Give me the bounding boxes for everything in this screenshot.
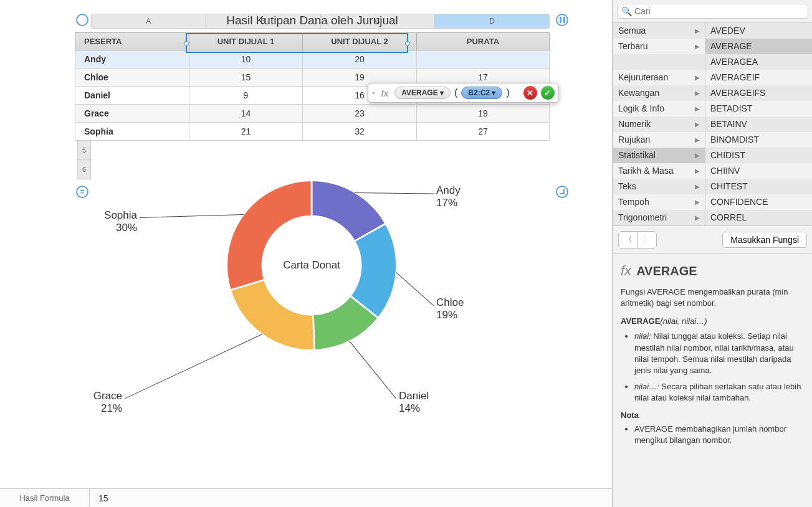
note-label: Nota — [621, 410, 805, 420]
cell[interactable]: 21 — [189, 123, 303, 141]
cell[interactable]: Andy — [75, 50, 189, 69]
help-note: AVERAGE membahagikan jumlah nombor mengi… — [634, 424, 805, 446]
formula-editor[interactable]: • fx AVERAGE ▾ ( B2:C2 ▾ ) ✕ ✓ — [368, 83, 559, 103]
cell[interactable]: Sophia — [75, 123, 189, 141]
help-signature: AVERAGE(nilai, nilai…) — [621, 316, 805, 326]
category-item[interactable]: Tempoh▶ — [613, 194, 705, 210]
chart-slice-label: Andy17% — [436, 184, 461, 209]
chart-slice-label: Grace21% — [93, 390, 122, 415]
cell[interactable]: 9 — [189, 87, 303, 105]
cell[interactable]: 23 — [303, 105, 417, 123]
paren-close: ) — [506, 87, 509, 98]
category-item[interactable]: Semua▶ — [613, 23, 705, 39]
cell[interactable]: 14 — [189, 105, 303, 123]
function-item[interactable]: AVERAGEIFS — [705, 85, 812, 101]
category-item[interactable]: Kewangan▶ — [613, 85, 705, 101]
cell[interactable]: 27 — [416, 123, 549, 141]
accept-formula-button[interactable]: ✓ — [541, 86, 555, 100]
chart-slice-label: Daniel14% — [399, 390, 429, 415]
status-value: 15 — [90, 489, 108, 507]
nav-back-button[interactable]: 〈 — [619, 232, 638, 248]
paren-open: ( — [454, 87, 457, 98]
help-description: Fungsi AVERAGE mengembalikan purata (min… — [621, 287, 805, 309]
th-unit1[interactable]: UNIT DIJUAL 1 — [189, 33, 303, 50]
function-item[interactable]: AVEDEV — [705, 23, 812, 39]
help-arg: nilai…: Secara pilihan sertakan satu ata… — [634, 381, 805, 404]
function-item[interactable]: AVERAGEA — [705, 54, 812, 70]
func-token[interactable]: AVERAGE ▾ — [394, 87, 451, 99]
th-unit2[interactable]: UNIT DIJUAL 2 — [303, 33, 417, 50]
category-item[interactable]: Terbaru▶ — [613, 39, 705, 54]
table-title: Hasil Kutipan Dana oleh Jurujual — [75, 9, 550, 32]
status-bar: Hasil Formula 15 — [0, 488, 612, 507]
donut-chart[interactable]: Carta Donat Andy17%Chloe19%Daniel14%Grac… — [0, 159, 612, 421]
function-item[interactable]: CHIINV — [705, 163, 812, 179]
function-item[interactable]: AVERAGE — [705, 39, 812, 54]
function-item[interactable]: CONFIDENCE — [705, 194, 812, 210]
nav-buttons: 〈 〉 — [618, 231, 657, 249]
category-list[interactable]: Semua▶Terbaru▶Kejuruteraan▶Kewangan▶Logi… — [613, 23, 705, 225]
function-item[interactable]: BINOMDIST — [705, 132, 812, 148]
cancel-formula-button[interactable]: ✕ — [523, 86, 537, 100]
function-item[interactable]: BETAINV — [705, 116, 812, 132]
function-item[interactable]: AVERAGEIF — [705, 70, 812, 85]
donut-svg — [218, 172, 405, 359]
status-label: Hasil Formula — [0, 489, 90, 507]
help-title: AVERAGE — [636, 264, 697, 278]
fx-icon: fx — [379, 88, 391, 98]
function-item[interactable]: CHITEST — [705, 179, 812, 194]
th-purata[interactable]: PURATA — [416, 33, 549, 50]
chart-slice-label: Chloe19% — [436, 296, 464, 321]
function-sidebar: 🔍 Semua▶Terbaru▶Kejuruteraan▶Kewangan▶Lo… — [613, 0, 812, 507]
category-item[interactable]: Tarikh & Masa▶ — [613, 163, 705, 179]
cell[interactable]: 19 — [416, 105, 549, 123]
table-handle-tr[interactable] — [556, 14, 568, 26]
category-item[interactable]: Trigonometri▶ — [613, 210, 705, 225]
search-input[interactable] — [634, 6, 804, 16]
chart-slice-label: Sophia30% — [104, 209, 137, 234]
cell[interactable]: 10 — [189, 50, 303, 69]
cell[interactable]: 15 — [189, 69, 303, 87]
category-item[interactable]: Numerik▶ — [613, 116, 705, 132]
nav-forward-button[interactable]: 〉 — [638, 232, 656, 248]
fx-icon: fx — [621, 263, 631, 279]
insert-function-button[interactable]: Masukkan Fungsi — [722, 232, 807, 248]
search-box[interactable]: 🔍 — [617, 4, 808, 19]
category-item[interactable]: Rujukan▶ — [613, 132, 705, 148]
help-panel: fx AVERAGE Fungsi AVERAGE mengembalikan … — [613, 254, 812, 507]
data-table-wrap: Hasil Kutipan Dana oleh Jurujual PESERTA… — [75, 9, 550, 141]
search-icon: 🔍 — [621, 6, 632, 16]
spreadsheet-main: A B C D 1 2 3 4 5 6 Hasil Kutipan Dana o… — [0, 0, 613, 507]
cell[interactable]: 32 — [303, 123, 417, 141]
cell[interactable]: Chloe — [75, 69, 189, 87]
category-item[interactable] — [613, 54, 705, 70]
cell[interactable]: Daniel — [75, 87, 189, 105]
range-token[interactable]: B2:C2 ▾ — [461, 87, 502, 99]
help-arg: nilai: Nilai tunggal atau koleksi. Setia… — [634, 331, 805, 376]
category-item[interactable]: Logik & Info▶ — [613, 101, 705, 116]
row-num[interactable]: 5 — [77, 141, 91, 160]
cell[interactable] — [416, 50, 549, 69]
function-item[interactable]: CHIDIST — [705, 148, 812, 163]
cell[interactable]: Grace — [75, 105, 189, 123]
bullet-icon: • — [372, 88, 375, 98]
function-item[interactable]: BETADIST — [705, 101, 812, 116]
function-item[interactable]: CORREL — [705, 210, 812, 225]
th-peserta[interactable]: PESERTA — [75, 33, 189, 50]
cell[interactable]: 20 — [303, 50, 417, 69]
function-list[interactable]: AVEDEVAVERAGEAVERAGEAAVERAGEIFAVERAGEIFS… — [705, 23, 812, 225]
category-item[interactable]: Kejuruteraan▶ — [613, 70, 705, 85]
category-item[interactable]: Statistikal▶ — [613, 148, 705, 163]
category-item[interactable]: Teks▶ — [613, 179, 705, 194]
